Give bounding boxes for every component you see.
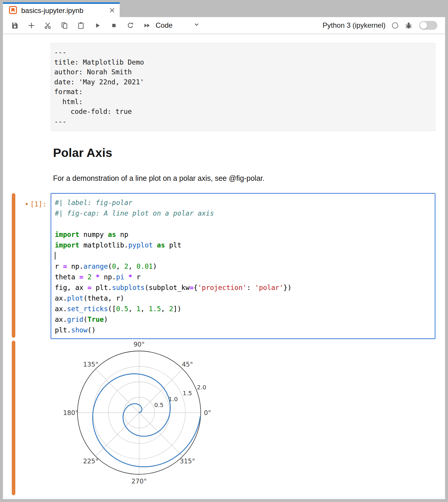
- notebook-content: ---title: Matplotlib Demoauthor: Norah S…: [3, 34, 445, 499]
- restart-icon: [126, 22, 134, 29]
- kernel-name[interactable]: Python 3 (ipykernel): [323, 21, 386, 29]
- fast-forward-icon: [143, 22, 151, 29]
- scissors-icon: [44, 22, 52, 29]
- input-collapser[interactable]: [12, 193, 15, 338]
- copy-cells-button[interactable]: [60, 21, 68, 29]
- execution-count: [1]:: [30, 200, 47, 208]
- markdown-cell[interactable]: Polar Axis For a demonstration of a line…: [3, 131, 445, 183]
- svg-text:0°: 0°: [204, 409, 211, 416]
- restart-kernel-button[interactable]: [126, 21, 134, 29]
- run-cell-button[interactable]: [93, 21, 101, 29]
- raw-line: format:: [54, 87, 435, 97]
- copy-icon: [60, 22, 68, 29]
- svg-text:225°: 225°: [83, 457, 98, 465]
- add-cell-button[interactable]: [27, 21, 35, 29]
- code-line: [55, 219, 431, 229]
- raw-line: ---: [54, 47, 435, 58]
- code-cell-gutter: •[1]:: [3, 193, 51, 339]
- cell-type-value: Code: [156, 21, 172, 29]
- tab-bar: basics-jupyter.ipynb ×: [3, 2, 445, 17]
- polar-plot: 0°45°90°135°180°225°270°315°0.51.01.52.0: [51, 341, 275, 497]
- notebook-icon: [9, 6, 17, 15]
- chevron-down-icon: [193, 21, 200, 30]
- code-editor[interactable]: #| label: fig-polar#| fig-cap: A line pl…: [51, 193, 435, 339]
- svg-text:90°: 90°: [134, 341, 145, 348]
- code-line: fig, ax = plt.subplots(subplot_kw={'proj…: [55, 282, 431, 293]
- raw-line: title: Matplotlib Demo: [54, 58, 435, 68]
- toolbar-right: Python 3 (ipykernel): [323, 21, 445, 30]
- close-icon[interactable]: ×: [109, 5, 115, 15]
- output-collapser[interactable]: [12, 341, 15, 495]
- text-cursor: [55, 252, 55, 260]
- raw-line: date: 'May 22nd, 2021': [54, 77, 435, 87]
- stop-icon: [110, 22, 118, 29]
- notebook-toolbar: Code Python 3 (ipykernel): [3, 17, 445, 34]
- polar-plot-output: 0°45°90°135°180°225°270°315°0.51.01.52.0: [51, 341, 275, 497]
- paste-cells-button[interactable]: [77, 21, 85, 29]
- cut-cells-button[interactable]: [44, 21, 52, 29]
- code-line: ax.set_rticks([0.5, 1, 1.5, 2]): [55, 304, 431, 314]
- code-line: ax.plot(theta, r): [55, 293, 431, 304]
- page-title: Polar Axis: [51, 146, 435, 160]
- code-line: #| fig-cap: A line plot on a polar axis: [55, 208, 431, 219]
- svg-text:0.5: 0.5: [154, 401, 164, 409]
- svg-text:270°: 270°: [131, 478, 147, 485]
- toolbar-buttons: [11, 21, 151, 29]
- svg-text:180°: 180°: [63, 409, 78, 416]
- dirty-indicator: •: [25, 200, 29, 208]
- output-area: 0°45°90°135°180°225°270°315°0.51.01.52.0: [3, 341, 445, 497]
- code-line: #| label: fig-polar: [55, 197, 431, 208]
- clipboard-icon: [77, 22, 85, 29]
- code-cell: •[1]: #| label: fig-polar#| fig-cap: A l…: [3, 193, 445, 339]
- raw-line: author: Norah Smith: [54, 67, 435, 77]
- run-all-cells-button[interactable]: [143, 21, 151, 29]
- output-gutter: [3, 341, 51, 497]
- svg-text:45°: 45°: [182, 361, 193, 368]
- spiral-line: [93, 374, 200, 467]
- raw-line: html:: [54, 97, 435, 107]
- debugger-toggle[interactable]: [419, 21, 437, 30]
- raw-cell-gutter: [3, 43, 51, 131]
- svg-text:1.0: 1.0: [168, 396, 178, 403]
- tab-title: basics-jupyter.ipynb: [21, 6, 109, 15]
- code-line: plt.show(): [55, 325, 431, 335]
- bug-icon[interactable]: [405, 22, 413, 29]
- code-line: ax.grid(True): [55, 314, 431, 325]
- interrupt-kernel-button[interactable]: [110, 21, 118, 29]
- raw-line: code-fold: true: [54, 107, 435, 117]
- svg-text:2.0: 2.0: [197, 384, 206, 391]
- code-line: theta = 2 * np.pi * r: [55, 272, 431, 282]
- toggle-knob: [420, 22, 427, 29]
- cell-type-dropdown[interactable]: Code: [156, 21, 200, 30]
- code-line: [55, 250, 431, 261]
- svg-text:135°: 135°: [83, 361, 98, 368]
- play-icon: [93, 22, 101, 29]
- markdown-paragraph: For a demonstration of a line plot on a …: [51, 173, 435, 183]
- code-line: import matplotlib.pyplot as plt: [55, 240, 431, 250]
- floppy-icon: [11, 22, 19, 29]
- code-line: r = np.arange(0, 2, 0.01): [55, 261, 431, 272]
- tab-basics-jupyter[interactable]: basics-jupyter.ipynb ×: [3, 2, 120, 17]
- raw-cell: ---title: Matplotlib Demoauthor: Norah S…: [3, 43, 445, 131]
- markdown-cell-gutter: [3, 131, 51, 183]
- kernel-idle-circle-icon: [392, 22, 398, 29]
- execution-prompt: •[1]:: [25, 200, 47, 208]
- plus-icon: [27, 22, 35, 29]
- raw-line: ---: [54, 117, 435, 127]
- svg-text:1.5: 1.5: [183, 390, 192, 397]
- save-button[interactable]: [11, 21, 19, 29]
- svg-text:315°: 315°: [180, 457, 195, 465]
- code-line: import numpy as np: [55, 229, 431, 240]
- raw-cell-editor[interactable]: ---title: Matplotlib Demoauthor: Norah S…: [51, 43, 435, 131]
- notebook-window: basics-jupyter.ipynb × Code Python 3 (ip…: [3, 2, 445, 499]
